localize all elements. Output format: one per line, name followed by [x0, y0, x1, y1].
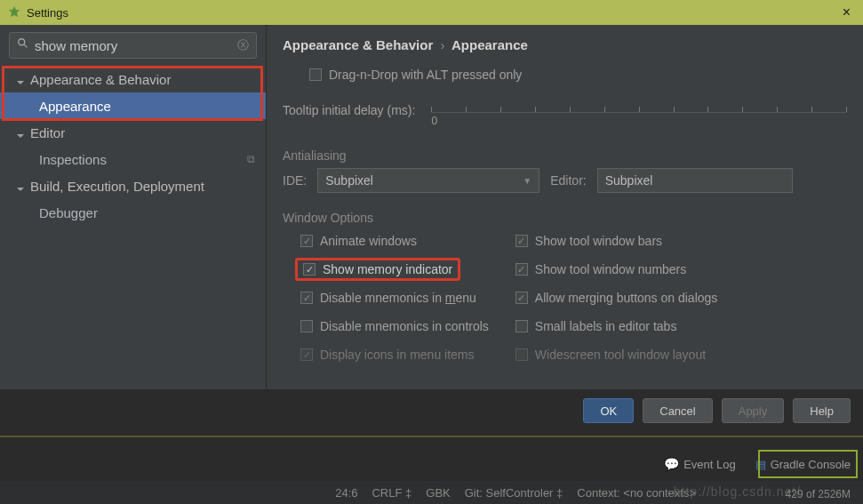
tree-debugger[interactable]: Debugger — [0, 199, 266, 226]
event-log-icon: 💬 — [664, 457, 679, 471]
show-memory-highlight: Show memory indicator — [295, 258, 460, 281]
settings-tree: Appearance & Behavior Appearance Editor … — [0, 66, 266, 389]
search-box[interactable]: ⓧ — [9, 32, 257, 59]
dialog-buttons: OK Cancel Apply Help — [583, 398, 851, 423]
clear-search-icon[interactable]: ⓧ — [237, 37, 249, 53]
copy-icon: ⧉ — [247, 153, 255, 165]
disable-mnemonics-menu-checkbox[interactable] — [300, 292, 313, 304]
svg-line-1 — [24, 44, 28, 48]
gradle-icon: ▤ — [755, 458, 766, 471]
tree-appearance[interactable]: Appearance — [0, 92, 266, 119]
search-icon — [17, 37, 29, 53]
titlebar: Settings × — [0, 0, 863, 25]
tree-build[interactable]: Build, Execution, Deployment — [0, 172, 266, 199]
antialiasing-header: Antialiasing — [283, 148, 847, 163]
widescreen-checkbox[interactable] — [515, 348, 528, 361]
settings-content: Appearance & Behavior › Appearance Drag-… — [267, 25, 863, 389]
search-input[interactable] — [29, 38, 237, 53]
breadcrumb: Appearance & Behavior › Appearance — [283, 37, 847, 52]
memory-indicator[interactable]: 429 of 2526M — [786, 488, 851, 500]
drag-drop-checkbox[interactable] — [309, 68, 322, 81]
editor-aa-label: Editor: — [550, 173, 586, 188]
disable-mnemonics-controls-checkbox[interactable] — [300, 320, 313, 332]
tooltip-delay-label: Tooltip initial delay (ms): — [283, 103, 415, 117]
drag-drop-label: Drag-n-Drop with ALT pressed only — [329, 68, 522, 82]
window-options-header: Window Options — [283, 211, 847, 225]
close-button[interactable]: × — [837, 4, 856, 20]
tool-window-bar: 💬 Event Log ▤ Gradle Console — [0, 453, 863, 475]
sidebar: ⓧ Appearance & Behavior Appearance Edito… — [0, 25, 267, 389]
display-icons-checkbox[interactable] — [300, 348, 313, 361]
show-tool-numbers-checkbox[interactable] — [515, 263, 528, 276]
caret-position[interactable]: 24:6 — [335, 486, 357, 500]
watermark: http://blog.csdn.net/ — [674, 484, 801, 499]
chevron-down-icon — [16, 75, 25, 84]
ide-aa-combo[interactable]: Subpixel ▼ — [317, 168, 539, 193]
show-tool-bars-checkbox[interactable] — [515, 235, 528, 247]
help-button[interactable]: Help — [793, 398, 851, 423]
git-branch[interactable]: Git: SelfControler ‡ — [465, 486, 563, 500]
allow-merge-checkbox[interactable] — [515, 292, 528, 304]
chevron-down-icon — [16, 128, 25, 137]
apply-button[interactable]: Apply — [722, 398, 785, 423]
tree-appearance-behavior[interactable]: Appearance & Behavior — [0, 66, 266, 92]
ok-button[interactable]: OK — [583, 398, 634, 423]
chevron-down-icon: ▼ — [523, 176, 531, 186]
animate-windows-checkbox[interactable] — [300, 235, 313, 247]
ide-aa-label: IDE: — [283, 173, 307, 188]
app-icon — [7, 5, 21, 20]
chevron-down-icon — [16, 181, 25, 190]
small-labels-checkbox[interactable] — [515, 320, 528, 332]
tree-editor[interactable]: Editor — [0, 119, 266, 146]
show-memory-checkbox[interactable] — [303, 263, 316, 276]
encoding[interactable]: GBK — [426, 486, 450, 500]
editor-aa-combo[interactable]: Subpixel — [597, 168, 793, 193]
cancel-button[interactable]: Cancel — [643, 398, 712, 423]
window-title: Settings — [27, 6, 68, 20]
settings-dialog: ⓧ Appearance & Behavior Appearance Edito… — [0, 25, 863, 389]
line-separator[interactable]: CRLF ‡ — [372, 486, 412, 500]
tree-inspections[interactable]: Inspections ⧉ — [0, 146, 266, 172]
tooltip-delay-slider[interactable]: 0 — [431, 93, 847, 127]
gradle-console-tab[interactable]: ▤ Gradle Console — [755, 458, 851, 471]
event-log-tab[interactable]: 💬 Event Log — [664, 457, 736, 471]
svg-point-0 — [19, 39, 25, 45]
show-memory-label: Show memory indicator — [323, 262, 452, 276]
